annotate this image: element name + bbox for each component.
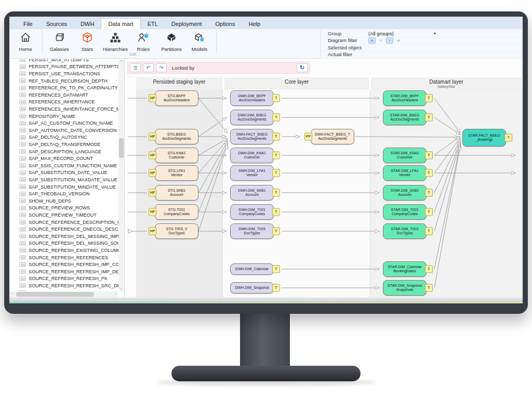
- node-DWH.DIM_Snapshot[interactable]: DWH.DIM_SnapshotT: [230, 282, 274, 294]
- list-item[interactable]: IOISOURCE_PREVIEW_ROWS: [9, 205, 118, 212]
- node-STAR.DIM_Calendar[interactable]: STAR.DIM_CalendarBookingDatesT: [383, 261, 427, 277]
- node-STAR.DIM_T001[interactable]: STAR.DIM_T001CompanyCodesT: [383, 204, 427, 220]
- pager-button-0[interactable]: «: [368, 37, 376, 44]
- menu-item-data-mart[interactable]: Data mart: [101, 18, 140, 29]
- undo-button[interactable]: ↶: [143, 63, 154, 72]
- menu-item-deployment[interactable]: Deployment: [165, 19, 209, 29]
- list-item[interactable]: IOIPERSIST_MAX_ATTEMPTS: [9, 59, 118, 63]
- list-item[interactable]: IOISOURCE_REFERENCE_ONECOL_DESCRIPTI: [9, 225, 118, 233]
- list-item[interactable]: IOIPERSIST_PAUSE_BETWEEN_ATTEMPTS: [9, 63, 118, 71]
- group-combobox[interactable]: (All groups): [368, 31, 394, 36]
- node-DWH.FACT_BSEG_T[interactable]: DWH.FACT_BSEG_TAccDocSegmentsPP: [311, 129, 354, 144]
- list-item[interactable]: IOISAP_SSIS_CUSTOM_FUNCTION_NAME: [9, 162, 118, 169]
- refresh-button[interactable]: ↻: [297, 63, 308, 72]
- node-STG.LFA1[interactable]: STG.LFA1VendorHP: [155, 165, 198, 181]
- redo-button[interactable]: ↷: [156, 63, 167, 72]
- list-item[interactable]: IOISOURCE_REFRESH_DEL_MISSING_IMP_CO: [9, 233, 118, 240]
- list-item[interactable]: IOISOURCE_REFRESH_REFRESH_IMP_DESC: [9, 268, 118, 275]
- list-item[interactable]: IOISOURCE_REFERENCE_DESCRIPTION_PATT: [9, 219, 118, 226]
- dropdown-arrow-icon[interactable]: ▾: [434, 31, 436, 36]
- menu-item-options[interactable]: Options: [209, 19, 242, 29]
- scroll-right-icon[interactable]: ›: [113, 291, 118, 297]
- list-item[interactable]: IOISAP_SUBSTITUTION_DATE_VALUE: [9, 169, 118, 177]
- list-item[interactable]: IOISHOW_HUB_DEPS: [9, 197, 118, 205]
- menu-item-sources[interactable]: Sources: [39, 19, 74, 29]
- node-STG.BKPF[interactable]: STG.BKPFAccDocHeadersHP: [155, 90, 198, 106]
- node-STAR.DIM_KNA1[interactable]: STAR.DIM_KNA1CustomerT: [383, 148, 427, 163]
- diagram-settings-button[interactable]: ☰: [130, 63, 141, 72]
- list-item[interactable]: IOIPERSIST_USE_TRANSACTIONS: [9, 70, 118, 77]
- node-STAR.DIM_LFA1[interactable]: STAR.DIM_LFA1VendorT: [383, 165, 427, 181]
- menu-item-dwh[interactable]: DWH: [74, 19, 101, 29]
- node-STG.T001[interactable]: STG.T001CompanyCodesHP: [155, 204, 198, 220]
- node-STAR.DIM_SKB1[interactable]: STAR.DIM_SKB1AccountT: [383, 185, 427, 201]
- list-item[interactable]: IOISAP_THEOBALD_VERSION: [9, 190, 118, 197]
- pager-button-2[interactable]: ›: [386, 37, 393, 44]
- node-badge: T: [425, 152, 433, 159]
- scrollbar-thumb[interactable]: [119, 138, 124, 158]
- list-item[interactable]: IOISAP_DELTAQ_TRANSFERMODE: [9, 141, 118, 148]
- list-item[interactable]: IOISOURCE_REFRESH_EXISTING_COLUMNS: [9, 247, 118, 254]
- node-DWH.DIM_Calendar[interactable]: DWH.DIM_CalendarT: [230, 263, 274, 275]
- ribbon-button-roles[interactable]: Roles: [129, 30, 157, 52]
- menu-item-help[interactable]: Help: [242, 19, 267, 29]
- scroll-left-icon[interactable]: ‹: [9, 291, 15, 297]
- list-item[interactable]: IOIREFERENCES_INHERITANCE_FORCE_MANI: [9, 105, 118, 113]
- list-item[interactable]: IOISAP_DESCRIPTION_LANGUAGE: [9, 148, 118, 155]
- list-item[interactable]: IOISOURCE_REFRESH_REFRESH_PK: [9, 275, 118, 283]
- list-item[interactable]: IOISOURCE_REFRESH_DEL_MISSING_SOURCE: [9, 240, 118, 247]
- ribbon-button-hierarchies[interactable]: Hierarchies: [101, 30, 129, 52]
- ribbon-button-home[interactable]: Home: [11, 30, 39, 52]
- list-item[interactable]: IOISOURCE_PREVIEW_TIMEOUT: [9, 211, 118, 219]
- node-STG.KNA1[interactable]: STG.KNA1CustomerHP: [155, 148, 198, 163]
- scrollbar-thumb[interactable]: [16, 292, 94, 297]
- locked-by-label: Locked by: [172, 65, 297, 71]
- node-DWH.DIM_T003[interactable]: DWH.DIM_T003DocTypesT: [230, 223, 274, 239]
- list-item[interactable]: IOISAP_AC_CUSTOM_FUNCTION_NAME: [9, 119, 118, 127]
- scroll-down-icon[interactable]: ⌄: [118, 286, 124, 291]
- diagram-toolbar: ☰ ↶ ↷ Locked by ↻: [127, 62, 310, 74]
- pager-button-3[interactable]: »: [395, 37, 402, 44]
- node-desc: Vendor: [246, 173, 258, 178]
- node-DWH.DIM_SKB1[interactable]: DWH.DIM_SKB1AccountT: [230, 185, 274, 201]
- node-DWH.DIM_T001[interactable]: DWH.DIM_T001CompanyCodesT: [230, 204, 274, 220]
- node-STAR.DIM_T003[interactable]: STAR.DIM_T003DocTypesT: [383, 223, 427, 239]
- list-item[interactable]: IOISOURCE_REFRESH_REFERENCES: [9, 254, 118, 261]
- list-item[interactable]: IOIREFERENCE_PK_TO_PK_CARDINALITY: [9, 84, 118, 91]
- node-STAR.DIM_Snapshot[interactable]: STAR.DIM_SnapshotSnapshotsT: [383, 280, 427, 296]
- list-item[interactable]: IOIREF_TABLES_RECURSION_DEPTH: [9, 77, 118, 85]
- list-item[interactable]: IOIREPOSITORY_NAME: [9, 113, 118, 120]
- node-STG.SKB1[interactable]: STG.SKB1AccountHP: [155, 185, 198, 201]
- ribbon-button-partitions[interactable]: Partitions: [157, 30, 185, 52]
- ribbon-button-models[interactable]: Models: [185, 30, 214, 52]
- list-item[interactable]: IOIREFERENCES_INHERITANCE: [9, 99, 118, 106]
- node-DWH.DIM_LFA1[interactable]: DWH.DIM_LFA1VendorT: [230, 165, 274, 181]
- node-STG.BSEG[interactable]: STG.BSEGAccDocSegmentsHP: [155, 129, 198, 144]
- list-item[interactable]: IOISAP_AUTOMATIC_DATE_CONVERSION: [9, 127, 118, 134]
- sidebar-horizontal-scrollbar[interactable]: ‹ ›: [9, 291, 118, 297]
- menu-item-file[interactable]: File: [17, 19, 39, 29]
- node-desc: Customer: [244, 155, 260, 160]
- parameter-icon: IOI: [19, 156, 26, 161]
- ribbon-button-galaxies[interactable]: Galaxies: [45, 30, 73, 52]
- node-DWH.DIM_BSEG[interactable]: DWH.DIM_BSEGAccDocSegmentsT: [230, 110, 274, 125]
- scroll-up-icon[interactable]: ⌃: [118, 59, 124, 65]
- node-DWH.DIM_BKPF[interactable]: DWH.DIM_BKPFAccDocHeadersT: [230, 90, 274, 106]
- pager-button-1[interactable]: ‹: [377, 37, 384, 44]
- node-STG.T003_V[interactable]: STG.T003_VDocTypesHP: [155, 223, 198, 239]
- list-item[interactable]: IOISAP_MAX_RECORD_COUNT: [9, 155, 118, 162]
- menu-item-etl[interactable]: ETL: [141, 19, 165, 29]
- list-item[interactable]: IOISAP_SUBSTITUTION_MAXDATE_VALUE: [9, 176, 118, 183]
- node-STAR.FACT_BSEG[interactable]: STAR.FACT_BSEG_BookingsT: [462, 129, 506, 147]
- list-item[interactable]: IOISOURCE_REFRESH_REFRESH_IMP_COLS: [9, 261, 118, 268]
- node-DWH.FACT_BSEG[interactable]: DWH.FACT_BSEGAccDocSegmentsT: [230, 129, 274, 144]
- ribbon-button-stars[interactable]: Stars: [73, 30, 101, 52]
- list-item[interactable]: IOISAP_DELTAQ_AUTOSYNC: [9, 134, 118, 141]
- list-item[interactable]: IOISOURCE_REFRESH_REFRESH_SRC_DESC: [9, 282, 118, 289]
- node-STAR.DIM_BKPF[interactable]: STAR.DIM_BKPFAccDocHeadersT: [383, 90, 427, 106]
- list-item[interactable]: IOIREFERENCES_DATAMART: [9, 91, 118, 99]
- list-item[interactable]: IOISAP_SUBSTITUTION_MINDATE_VALUE: [9, 183, 118, 191]
- sidebar-vertical-scrollbar[interactable]: ⌃ ⌄: [118, 59, 124, 291]
- node-DWH.DIM_KNA1[interactable]: DWH.DIM_KNA1CustomerT: [230, 148, 274, 163]
- node-STAR.DIM_BSEG[interactable]: STAR.DIM_BSEGAccDocSegmentsT: [383, 110, 427, 125]
